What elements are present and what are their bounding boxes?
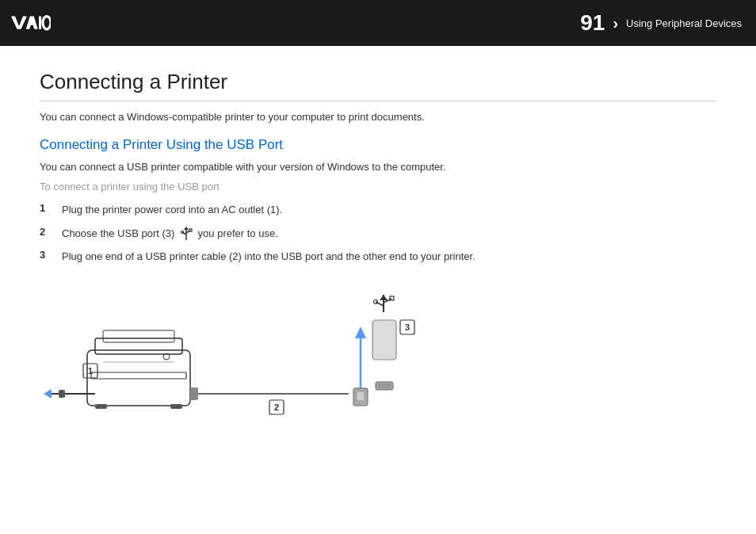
svg-text:1: 1 (88, 366, 93, 376)
svg-text:3: 3 (405, 322, 410, 332)
svg-rect-12 (87, 350, 190, 406)
svg-rect-15 (91, 372, 186, 379)
intro-text: You can connect a Windows-compatible pri… (40, 111, 716, 123)
svg-marker-6 (184, 227, 189, 230)
step-2-number: 2 (40, 226, 62, 238)
page-header: 91 › Using Peripheral Devices (0, 0, 756, 46)
page-content: Connecting a Printer You can connect a W… (0, 46, 756, 461)
printer-diagram-svg: 1 2 (40, 279, 452, 433)
svg-rect-8 (189, 229, 192, 231)
svg-rect-31 (372, 320, 396, 360)
main-title: Connecting a Printer (40, 70, 716, 101)
section-intro: You can connect a USB printer compatible… (40, 161, 716, 173)
svg-rect-2 (30, 21, 33, 23)
svg-rect-23 (59, 390, 65, 398)
svg-point-4 (43, 17, 51, 29)
printer-diagram: 1 2 (40, 279, 452, 437)
usb-symbol-icon (179, 227, 193, 241)
svg-rect-13 (95, 338, 182, 354)
step-3-text: Plug one end of a USB printer cable (2) … (62, 249, 716, 265)
svg-text:2: 2 (274, 402, 279, 412)
svg-marker-0 (11, 17, 27, 29)
step-2-text: Choose the USB port (3) you prefer to us… (62, 226, 716, 242)
svg-rect-3 (39, 17, 41, 29)
step-1-number: 1 (40, 202, 62, 214)
vaio-logo (11, 11, 51, 35)
section-title: Connecting a Printer Using the USB Port (40, 137, 716, 153)
svg-rect-16 (95, 404, 107, 409)
svg-rect-14 (103, 330, 174, 342)
svg-marker-28 (355, 326, 366, 338)
header-right: 91 › Using Peripheral Devices (580, 10, 742, 36)
svg-marker-35 (380, 295, 388, 300)
svg-rect-33 (377, 383, 391, 388)
step-2: 2 Choose the USB port (3) you prefer to … (40, 226, 716, 242)
header-section-title: Using Peripheral Devices (626, 17, 742, 29)
step-1: 1 Plug the printer power cord into an AC… (40, 202, 716, 218)
svg-rect-26 (190, 387, 198, 400)
sub-title: To connect a printer using the USB port (40, 181, 716, 193)
step-3-number: 3 (40, 249, 62, 261)
header-arrow: › (613, 14, 618, 32)
svg-rect-17 (170, 404, 182, 409)
usb-symbol-large (374, 295, 395, 312)
step-3: 3 Plug one end of a USB printer cable (2… (40, 249, 716, 265)
svg-rect-30 (357, 391, 365, 401)
steps-list: 1 Plug the printer power cord into an AC… (40, 202, 716, 265)
svg-marker-22 (44, 389, 52, 399)
step-1-text: Plug the printer power cord into an AC o… (62, 202, 716, 218)
page-number: 91 (580, 10, 605, 36)
